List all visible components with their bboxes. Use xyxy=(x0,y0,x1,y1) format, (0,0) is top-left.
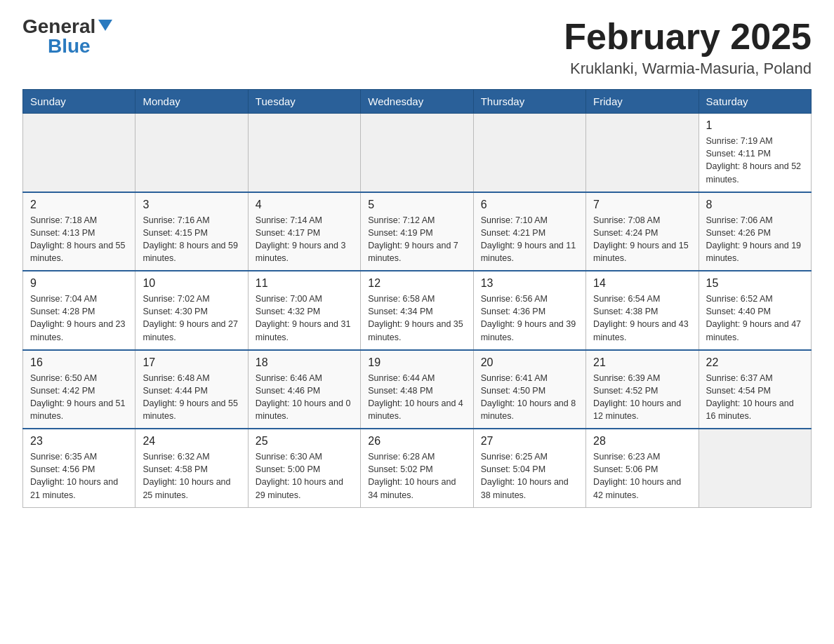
day-info: Sunrise: 7:12 AMSunset: 4:19 PMDaylight:… xyxy=(368,214,465,265)
day-number: 8 xyxy=(706,199,804,211)
day-info: Sunrise: 7:06 AMSunset: 4:26 PMDaylight:… xyxy=(706,214,804,265)
col-thursday: Thursday xyxy=(473,90,585,114)
table-row xyxy=(135,114,248,192)
col-friday: Friday xyxy=(586,90,699,114)
table-row: 26Sunrise: 6:28 AMSunset: 5:02 PMDayligh… xyxy=(361,429,473,507)
day-number: 27 xyxy=(481,435,578,448)
logo-general-text: General xyxy=(22,17,95,36)
day-number: 19 xyxy=(368,356,465,369)
table-row: 16Sunrise: 6:50 AMSunset: 4:42 PMDayligh… xyxy=(23,350,135,429)
day-info: Sunrise: 7:04 AMSunset: 4:28 PMDaylight:… xyxy=(30,293,128,344)
col-monday: Monday xyxy=(135,90,248,114)
table-row: 14Sunrise: 6:54 AMSunset: 4:38 PMDayligh… xyxy=(586,271,699,350)
day-number: 7 xyxy=(593,199,691,211)
day-info: Sunrise: 7:16 AMSunset: 4:15 PMDaylight:… xyxy=(143,214,240,265)
day-info: Sunrise: 6:28 AMSunset: 5:02 PMDaylight:… xyxy=(368,450,465,502)
table-row: 4Sunrise: 7:14 AMSunset: 4:17 PMDaylight… xyxy=(248,192,360,271)
table-row: 9Sunrise: 7:04 AMSunset: 4:28 PMDaylight… xyxy=(23,271,135,350)
table-row xyxy=(248,114,360,192)
day-number: 6 xyxy=(481,199,578,211)
table-row: 27Sunrise: 6:25 AMSunset: 5:04 PMDayligh… xyxy=(473,429,585,507)
table-row: 2Sunrise: 7:18 AMSunset: 4:13 PMDaylight… xyxy=(23,192,135,271)
logo: General Blue xyxy=(22,17,112,56)
day-info: Sunrise: 6:54 AMSunset: 4:38 PMDaylight:… xyxy=(593,293,691,344)
day-info: Sunrise: 6:25 AMSunset: 5:04 PMDaylight:… xyxy=(481,450,578,502)
day-info: Sunrise: 6:37 AMSunset: 4:54 PMDaylight:… xyxy=(706,372,804,423)
day-info: Sunrise: 7:00 AMSunset: 4:32 PMDaylight:… xyxy=(256,293,353,344)
day-info: Sunrise: 7:19 AMSunset: 4:11 PMDaylight:… xyxy=(706,135,804,186)
day-number: 22 xyxy=(706,356,804,369)
day-info: Sunrise: 6:35 AMSunset: 4:56 PMDaylight:… xyxy=(30,450,128,502)
day-number: 24 xyxy=(143,435,240,448)
day-info: Sunrise: 7:18 AMSunset: 4:13 PMDaylight:… xyxy=(30,214,128,265)
day-info: Sunrise: 6:32 AMSunset: 4:58 PMDaylight:… xyxy=(143,450,240,502)
table-row: 15Sunrise: 6:52 AMSunset: 4:40 PMDayligh… xyxy=(699,271,811,350)
col-wednesday: Wednesday xyxy=(361,90,473,114)
day-number: 18 xyxy=(256,356,353,369)
day-number: 20 xyxy=(481,356,578,369)
table-row: 12Sunrise: 6:58 AMSunset: 4:34 PMDayligh… xyxy=(361,271,473,350)
table-row: 22Sunrise: 6:37 AMSunset: 4:54 PMDayligh… xyxy=(699,350,811,429)
day-info: Sunrise: 7:08 AMSunset: 4:24 PMDaylight:… xyxy=(593,214,691,265)
table-row xyxy=(699,429,811,507)
table-row: 21Sunrise: 6:39 AMSunset: 4:52 PMDayligh… xyxy=(586,350,699,429)
day-info: Sunrise: 6:56 AMSunset: 4:36 PMDaylight:… xyxy=(481,293,578,344)
day-info: Sunrise: 7:10 AMSunset: 4:21 PMDaylight:… xyxy=(481,214,578,265)
day-number: 15 xyxy=(706,277,804,290)
day-number: 16 xyxy=(30,356,128,369)
month-title: February 2025 xyxy=(564,17,812,57)
table-row xyxy=(473,114,585,192)
day-info: Sunrise: 6:46 AMSunset: 4:46 PMDaylight:… xyxy=(256,372,353,423)
day-number: 10 xyxy=(143,277,240,290)
table-row xyxy=(586,114,699,192)
day-info: Sunrise: 6:58 AMSunset: 4:34 PMDaylight:… xyxy=(368,293,465,344)
day-number: 12 xyxy=(368,277,465,290)
day-number: 14 xyxy=(593,277,691,290)
day-info: Sunrise: 7:14 AMSunset: 4:17 PMDaylight:… xyxy=(256,214,353,265)
col-saturday: Saturday xyxy=(699,90,811,114)
day-info: Sunrise: 6:44 AMSunset: 4:48 PMDaylight:… xyxy=(368,372,465,423)
day-info: Sunrise: 6:41 AMSunset: 4:50 PMDaylight:… xyxy=(481,372,578,423)
table-row xyxy=(23,114,135,192)
table-row: 7Sunrise: 7:08 AMSunset: 4:24 PMDaylight… xyxy=(586,192,699,271)
day-number: 13 xyxy=(481,277,578,290)
table-row: 20Sunrise: 6:41 AMSunset: 4:50 PMDayligh… xyxy=(473,350,585,429)
logo-triangle-icon xyxy=(98,20,112,31)
table-row: 1Sunrise: 7:19 AMSunset: 4:11 PMDaylight… xyxy=(699,114,811,192)
day-info: Sunrise: 6:23 AMSunset: 5:06 PMDaylight:… xyxy=(593,450,691,502)
table-row: 11Sunrise: 7:00 AMSunset: 4:32 PMDayligh… xyxy=(248,271,360,350)
day-info: Sunrise: 6:48 AMSunset: 4:44 PMDaylight:… xyxy=(143,372,240,423)
day-info: Sunrise: 6:50 AMSunset: 4:42 PMDaylight:… xyxy=(30,372,128,423)
day-number: 26 xyxy=(368,435,465,448)
day-number: 9 xyxy=(30,277,128,290)
day-number: 2 xyxy=(30,199,128,211)
day-number: 3 xyxy=(143,199,240,211)
location-title: Kruklanki, Warmia-Masuria, Poland xyxy=(564,60,812,78)
day-number: 17 xyxy=(143,356,240,369)
calendar-table: Sunday Monday Tuesday Wednesday Thursday… xyxy=(22,89,812,508)
table-row: 23Sunrise: 6:35 AMSunset: 4:56 PMDayligh… xyxy=(23,429,135,507)
table-row: 10Sunrise: 7:02 AMSunset: 4:30 PMDayligh… xyxy=(135,271,248,350)
day-number: 25 xyxy=(256,435,353,448)
day-number: 11 xyxy=(256,277,353,290)
table-row: 17Sunrise: 6:48 AMSunset: 4:44 PMDayligh… xyxy=(135,350,248,429)
day-info: Sunrise: 6:52 AMSunset: 4:40 PMDaylight:… xyxy=(706,293,804,344)
table-row: 18Sunrise: 6:46 AMSunset: 4:46 PMDayligh… xyxy=(248,350,360,429)
page-header: General Blue February 2025 Kruklanki, Wa… xyxy=(22,17,812,78)
day-number: 23 xyxy=(30,435,128,448)
col-tuesday: Tuesday xyxy=(248,90,360,114)
day-number: 4 xyxy=(256,199,353,211)
day-info: Sunrise: 6:30 AMSunset: 5:00 PMDaylight:… xyxy=(256,450,353,502)
title-section: February 2025 Kruklanki, Warmia-Masuria,… xyxy=(564,17,812,78)
day-info: Sunrise: 6:39 AMSunset: 4:52 PMDaylight:… xyxy=(593,372,691,423)
calendar-header-row: Sunday Monday Tuesday Wednesday Thursday… xyxy=(23,90,812,114)
table-row: 28Sunrise: 6:23 AMSunset: 5:06 PMDayligh… xyxy=(586,429,699,507)
day-number: 28 xyxy=(593,435,691,448)
table-row: 24Sunrise: 6:32 AMSunset: 4:58 PMDayligh… xyxy=(135,429,248,507)
table-row: 13Sunrise: 6:56 AMSunset: 4:36 PMDayligh… xyxy=(473,271,585,350)
day-info: Sunrise: 7:02 AMSunset: 4:30 PMDaylight:… xyxy=(143,293,240,344)
day-number: 1 xyxy=(706,119,804,132)
table-row: 6Sunrise: 7:10 AMSunset: 4:21 PMDaylight… xyxy=(473,192,585,271)
day-number: 21 xyxy=(593,356,691,369)
col-sunday: Sunday xyxy=(23,90,135,114)
